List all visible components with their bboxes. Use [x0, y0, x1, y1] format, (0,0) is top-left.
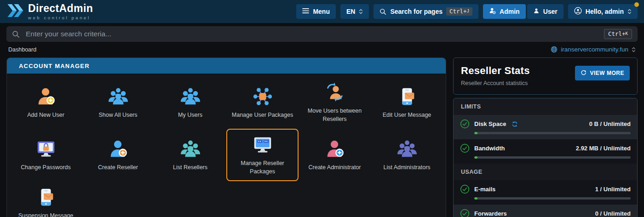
- top-header: DirectAdmin web control panel Menu EN Se…: [0, 0, 644, 23]
- refresh-icon[interactable]: [512, 121, 518, 127]
- breadcrumb: Dashboard: [8, 46, 36, 53]
- packages-hub-icon: [252, 86, 273, 107]
- menu-button[interactable]: Menu: [296, 4, 336, 19]
- monitor-packages-icon: [252, 134, 273, 155]
- logo-subtitle: web control panel: [28, 15, 93, 20]
- account-manager-grid: Add New User Show All Users My Users Man…: [7, 74, 446, 217]
- updown-chevron-icon: [359, 8, 363, 15]
- reseller-stats-title: Reseller Stats: [461, 65, 530, 77]
- account-item-label: Suspension Message: [18, 212, 74, 217]
- phone-message-icon: [397, 86, 418, 107]
- account-item-label: Show All Users: [98, 111, 137, 120]
- search-icon: [380, 8, 386, 15]
- account-item-label: My Users: [178, 111, 202, 120]
- account-item-label: Manage Reseller Packages: [231, 160, 294, 176]
- account-item-list-resellers[interactable]: List Resellers: [154, 129, 226, 181]
- account-manager-header: ACCOUNT MANAGER: [7, 58, 446, 74]
- account-item-add-new-user[interactable]: Add New User: [10, 76, 82, 129]
- account-manager-title: ACCOUNT MANAGER: [19, 63, 90, 69]
- account-circle-icon: [574, 7, 582, 16]
- check-circle-icon: [460, 119, 470, 129]
- monitor-lock-icon: [35, 138, 57, 160]
- account-item-label: List Resellers: [173, 164, 207, 172]
- search-icon: [12, 30, 20, 38]
- stat-value: 0 B / Unlimited: [589, 120, 631, 127]
- account-manager-panel: ACCOUNT MANAGER Add New User Show All Us…: [6, 57, 446, 217]
- account-item-label: Add New User: [27, 111, 64, 120]
- search-shortcut-badge: Ctrl+K: [604, 29, 632, 40]
- page-search-label: Search for pages: [390, 8, 443, 15]
- user-icon: [533, 8, 540, 16]
- usage-progress-fill: [474, 132, 477, 134]
- account-item-list-administrators[interactable]: List Administrators: [371, 129, 443, 181]
- account-item-edit-user-message[interactable]: Edit User Message: [371, 76, 443, 129]
- role-switch: Admin User: [483, 4, 564, 19]
- admin-user-icon: [489, 7, 496, 16]
- stat-row-bandwidth: Bandwidth2.92 MB / Unlimited: [454, 139, 637, 164]
- account-item-label: Create Reseller: [98, 164, 138, 172]
- breadcrumb-row: Dashboard iranservercommunity.fun: [0, 42, 644, 56]
- search-input[interactable]: [25, 29, 599, 39]
- view-more-button[interactable]: VIEW MORE: [575, 66, 630, 80]
- main-content: ACCOUNT MANAGER Add New User Show All Us…: [0, 56, 644, 217]
- account-item-change-passwords[interactable]: Change Passwords: [10, 129, 82, 181]
- users-teal-icon: [180, 138, 201, 160]
- reseller-stats-body: LIMITSDisk Space0 B / UnlimitedBandwidth…: [453, 98, 638, 217]
- phone-message-icon: [35, 187, 57, 208]
- directadmin-logo[interactable]: DirectAdmin web control panel: [6, 2, 93, 21]
- account-item-manage-reseller-packages[interactable]: Manage Reseller Packages: [226, 129, 299, 181]
- usage-progress-fill: [474, 197, 477, 200]
- page-search-button[interactable]: Search for pages Ctrl+J: [374, 4, 478, 19]
- stat-label: Forwarders: [474, 210, 507, 217]
- account-item-my-users[interactable]: My Users: [154, 76, 226, 129]
- user-add-blue-icon: [108, 138, 129, 160]
- role-user-button[interactable]: User: [527, 4, 564, 19]
- account-menu-button[interactable]: Hello, admin: [568, 4, 638, 19]
- account-item-label: List Administrators: [383, 164, 430, 172]
- hamburger-icon: [302, 8, 309, 15]
- account-item-label: Change Passwords: [21, 164, 70, 172]
- account-item-create-reseller[interactable]: Create Reseller: [82, 129, 154, 181]
- header-actions: Menu EN Search for pages Ctrl+J Admin Us…: [296, 4, 638, 19]
- user-add-pink-icon: [324, 138, 345, 160]
- stats-section-heading-limits: LIMITS: [454, 98, 637, 115]
- account-item-show-all-users[interactable]: Show All Users: [82, 76, 154, 129]
- greeting-label: Hello, admin: [586, 8, 624, 15]
- updown-chevron-icon: [627, 8, 632, 15]
- reseller-stats-header: Reseller Stats Reseller Account statisti…: [453, 57, 638, 95]
- role-admin-label: Admin: [500, 8, 520, 15]
- account-item-move-users-between-resellers[interactable]: Move Users between Resellers: [299, 76, 371, 129]
- reseller-stats-subtitle: Reseller Account statistics: [461, 80, 530, 86]
- usage-progress-bar: [474, 156, 631, 159]
- global-search-bar[interactable]: Ctrl+K: [6, 26, 638, 42]
- account-item-label: Move Users between Resellers: [303, 107, 366, 123]
- page-search-shortcut: Ctrl+J: [446, 7, 472, 16]
- account-item-create-administrator[interactable]: Create Administrator: [299, 129, 371, 181]
- domain-value: iranservercommunity.fun: [561, 46, 628, 53]
- stats-section-heading-usage: USAGE: [454, 164, 637, 180]
- stat-row-disk-space: Disk Space0 B / Unlimited: [454, 115, 637, 139]
- stat-value: 0 / Unlimited: [595, 210, 631, 217]
- menu-button-label: Menu: [313, 8, 330, 15]
- role-admin-button[interactable]: Admin: [483, 4, 526, 19]
- check-circle-icon: [460, 209, 470, 217]
- check-circle-icon: [460, 143, 470, 153]
- usage-progress-bar: [474, 132, 631, 134]
- language-selector[interactable]: EN: [340, 4, 369, 19]
- role-user-label: User: [543, 8, 558, 15]
- account-item-label: Create Administrator: [309, 164, 361, 172]
- domain-selector[interactable]: iranservercommunity.fun: [551, 46, 636, 53]
- reseller-stats-panel: Reseller Stats Reseller Account statisti…: [453, 57, 638, 217]
- account-item-manage-user-packages[interactable]: Manage User Packages: [226, 76, 299, 129]
- view-more-label: VIEW MORE: [590, 70, 624, 76]
- account-item-label: Edit User Message: [383, 111, 431, 120]
- users-blue-icon: [180, 86, 201, 107]
- directadmin-logo-icon: [6, 2, 24, 21]
- redo-arrow-icon: [581, 69, 586, 77]
- account-item-suspension-message[interactable]: Suspension Message: [10, 181, 82, 217]
- usage-progress-bar: [474, 197, 631, 200]
- notification-dot: [634, 2, 639, 7]
- stat-label: Bandwidth: [474, 145, 505, 152]
- stat-row-forwarders: Forwarders0 / Unlimited: [454, 205, 637, 217]
- stat-value: 1 / Unlimited: [595, 186, 631, 193]
